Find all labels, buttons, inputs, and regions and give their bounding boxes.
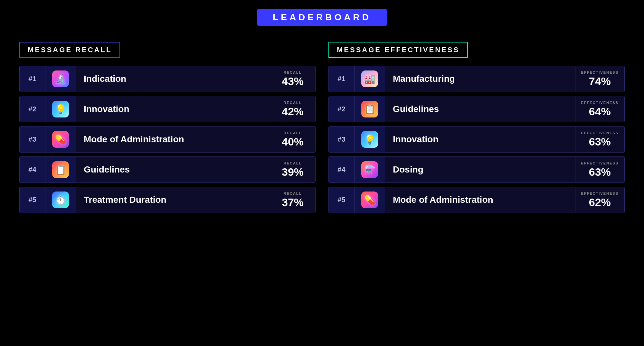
row-icon: 🔬 <box>52 70 69 87</box>
score-label-text: EFFECTIVENESS <box>581 131 619 135</box>
rank-cell: #3 <box>329 126 355 152</box>
rank-cell: #5 <box>329 187 355 213</box>
table-row: #2 📋 Guidelines EFFECTIVENESS 64% <box>328 96 625 122</box>
rank-cell: #2 <box>20 96 45 122</box>
score-label-text: RECALL <box>284 161 302 165</box>
score-cell: EFFECTIVENESS 63% <box>575 157 624 182</box>
page-title: LEADERBOARD <box>273 12 371 22</box>
score-cell: EFFECTIVENESS 62% <box>575 187 624 213</box>
score-label-text: EFFECTIVENESS <box>581 161 619 165</box>
row-icon: 📋 <box>52 161 69 178</box>
table-row: #4 ⚗️ Dosing EFFECTIVENESS 63% <box>328 156 625 183</box>
icon-cell: 🔬 <box>45 66 76 92</box>
score-label-text: RECALL <box>284 101 302 105</box>
icon-cell: 💊 <box>355 187 385 213</box>
table-row: #5 ⏱️ Treatment Duration RECALL 37% <box>19 187 316 213</box>
row-icon: ⚗️ <box>361 161 378 178</box>
score-value: 42% <box>282 105 304 118</box>
rank-text: #5 <box>337 196 345 204</box>
label-cell: Innovation <box>76 96 270 122</box>
table-row: #1 🏭 Manufacturing EFFECTIVENESS 74% <box>328 66 625 92</box>
effectiveness-board-title-container: MESSAGE EFFECTIVENESS <box>328 42 468 58</box>
effectiveness-board: MESSAGE EFFECTIVENESS #1 🏭 Manufacturing… <box>328 42 625 213</box>
score-value: 40% <box>282 136 304 148</box>
icon-cell: ⚗️ <box>355 157 385 182</box>
score-label-text: RECALL <box>284 70 302 74</box>
table-row: #5 💊 Mode of Administration EFFECTIVENES… <box>328 187 625 213</box>
recall-board-title: MESSAGE RECALL <box>28 46 112 54</box>
rank-text: #1 <box>337 75 345 83</box>
effectiveness-rows: #1 🏭 Manufacturing EFFECTIVENESS 74% #2 … <box>328 66 625 213</box>
rank-text: #5 <box>28 196 36 204</box>
label-cell: Treatment Duration <box>76 187 270 213</box>
row-label: Innovation <box>393 134 439 145</box>
icon-cell: 📋 <box>45 157 76 182</box>
row-icon: ⏱️ <box>52 192 69 208</box>
label-cell: Dosing <box>385 157 575 182</box>
score-value: 74% <box>589 75 611 88</box>
rank-text: #4 <box>337 165 345 174</box>
boards-container: MESSAGE RECALL #1 🔬 Indication RECALL 43… <box>0 42 644 213</box>
row-icon: 💡 <box>361 131 378 148</box>
score-label-text: RECALL <box>284 131 302 135</box>
score-value: 63% <box>589 136 611 148</box>
row-label: Manufacturing <box>393 74 455 84</box>
effectiveness-board-title: MESSAGE EFFECTIVENESS <box>337 46 459 54</box>
recall-rows: #1 🔬 Indication RECALL 43% #2 💡 <box>19 66 316 213</box>
label-cell: Guidelines <box>385 96 575 122</box>
rank-cell: #1 <box>329 66 355 92</box>
row-label: Guidelines <box>84 164 130 175</box>
row-icon: 📋 <box>361 101 378 117</box>
icon-cell: 💡 <box>45 96 76 122</box>
row-label: Treatment Duration <box>84 195 166 205</box>
rank-cell: #4 <box>329 157 355 182</box>
rank-text: #1 <box>28 75 36 83</box>
score-cell: RECALL 43% <box>270 66 315 92</box>
score-label-text: EFFECTIVENESS <box>581 70 619 74</box>
row-label: Indication <box>84 74 126 84</box>
score-cell: EFFECTIVENESS 64% <box>575 96 624 122</box>
icon-cell: 💊 <box>45 126 76 152</box>
score-cell: RECALL 39% <box>270 157 315 182</box>
page-title-container: LEADERBOARD <box>257 9 387 26</box>
table-row: #4 📋 Guidelines RECALL 39% <box>19 156 316 183</box>
row-label: Dosing <box>393 164 423 175</box>
score-cell: RECALL 37% <box>270 187 315 213</box>
rank-text: #3 <box>337 135 345 144</box>
score-value: 62% <box>589 196 611 209</box>
row-icon: 💊 <box>52 131 69 148</box>
row-icon: 💊 <box>361 192 378 208</box>
row-label: Innovation <box>84 104 129 114</box>
score-cell: RECALL 42% <box>270 96 315 122</box>
score-value: 43% <box>282 75 304 88</box>
score-label-text: EFFECTIVENESS <box>581 192 619 195</box>
icon-cell: 📋 <box>355 96 385 122</box>
row-icon: 💡 <box>52 101 69 117</box>
table-row: #3 💊 Mode of Administration RECALL 40% <box>19 126 316 153</box>
row-label: Guidelines <box>393 104 439 114</box>
table-row: #2 💡 Innovation RECALL 42% <box>19 96 316 122</box>
row-icon: 🏭 <box>361 70 378 87</box>
score-value: 39% <box>282 166 304 178</box>
rank-cell: #2 <box>329 96 355 122</box>
label-cell: Indication <box>76 66 270 92</box>
rank-cell: #3 <box>20 126 45 152</box>
icon-cell: ⏱️ <box>45 187 76 213</box>
score-label-text: EFFECTIVENESS <box>581 101 619 105</box>
rank-cell: #5 <box>20 187 45 213</box>
rank-text: #2 <box>28 105 36 113</box>
row-label: Mode of Administration <box>84 134 184 145</box>
label-cell: Manufacturing <box>385 66 575 92</box>
score-cell: EFFECTIVENESS 63% <box>575 126 624 152</box>
score-cell: EFFECTIVENESS 74% <box>575 66 624 92</box>
table-row: #1 🔬 Indication RECALL 43% <box>19 66 316 92</box>
rank-text: #3 <box>28 135 36 144</box>
table-row: #3 💡 Innovation EFFECTIVENESS 63% <box>328 126 625 153</box>
rank-cell: #1 <box>20 66 45 92</box>
recall-board: MESSAGE RECALL #1 🔬 Indication RECALL 43… <box>19 42 316 213</box>
score-label-text: RECALL <box>284 192 302 195</box>
label-cell: Mode of Administration <box>385 187 575 213</box>
label-cell: Guidelines <box>76 157 270 182</box>
score-cell: RECALL 40% <box>270 126 315 152</box>
icon-cell: 💡 <box>355 126 385 152</box>
